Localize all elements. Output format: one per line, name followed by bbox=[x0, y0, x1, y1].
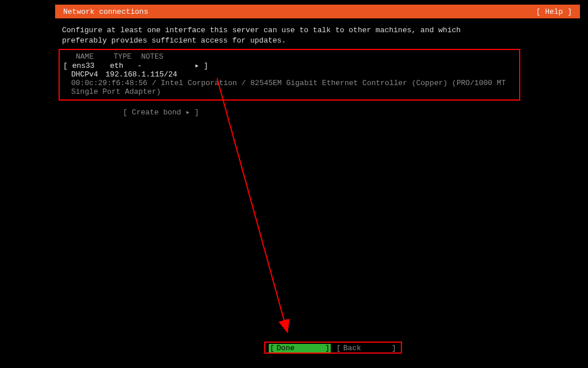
bracket-open: [ bbox=[63, 62, 68, 70]
bracket-close: ] bbox=[325, 344, 330, 352]
create-bond-button[interactable]: [ Create bond ▸ ] bbox=[123, 108, 471, 117]
dhcp-label: DHCPv4 bbox=[71, 70, 101, 79]
interface-highlight-box: NAME TYPE NOTES [ ens33 eth - ▸ ] DHCPv4… bbox=[59, 49, 520, 101]
main-content: Configure at least one interface this se… bbox=[0, 18, 471, 117]
col-header-notes: NOTES bbox=[141, 52, 164, 61]
header-bar: Network connections [ Help ] bbox=[55, 5, 580, 18]
interface-notes: - bbox=[137, 62, 190, 70]
interface-name: ens33 bbox=[72, 62, 106, 70]
interface-type: eth bbox=[110, 62, 133, 70]
bracket-close: ] bbox=[392, 344, 396, 352]
description-text: Configure at least one interface this se… bbox=[62, 25, 471, 45]
bracket-open: [ bbox=[270, 344, 274, 352]
dhcp-row: DHCPv4 192.168.1.115/24 bbox=[71, 70, 516, 79]
table-header: NAME TYPE NOTES bbox=[76, 52, 516, 61]
expand-icon: ▸ bbox=[195, 62, 199, 70]
col-header-name: NAME bbox=[76, 52, 109, 61]
dhcp-value: 192.168.1.115/24 bbox=[106, 70, 177, 79]
col-header-type: TYPE bbox=[114, 52, 137, 61]
page-title: Network connections bbox=[59, 7, 148, 16]
help-button[interactable]: [ Help ] bbox=[536, 7, 577, 16]
mac-info-row: 00:0c:29:f6:48:56 / Intel Corporation / … bbox=[71, 79, 516, 96]
back-label: Back bbox=[341, 344, 382, 352]
bracket-open: [ bbox=[336, 344, 341, 352]
done-label: Done bbox=[274, 344, 316, 352]
bottom-buttons-highlight: [Done] [Back] bbox=[264, 342, 402, 354]
back-button[interactable]: [Back] bbox=[335, 344, 397, 352]
done-button[interactable]: [Done] bbox=[269, 344, 331, 352]
bracket-close: ] bbox=[204, 62, 208, 70]
interface-row[interactable]: [ ens33 eth - ▸ ] bbox=[63, 61, 516, 70]
